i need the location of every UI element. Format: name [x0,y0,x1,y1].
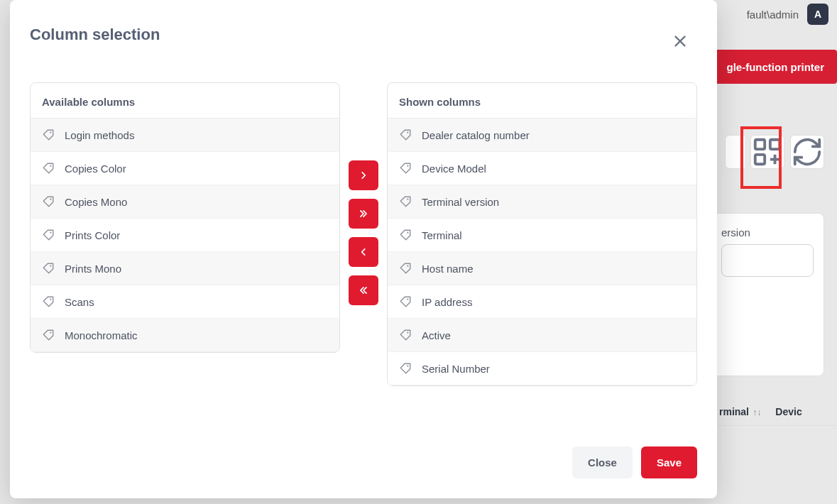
tag-icon [399,362,412,375]
column-item[interactable]: Terminal version [388,185,696,219]
column-item[interactable]: Monochromatic [31,319,339,352]
svg-point-9 [50,199,51,200]
column-item-label: Active [422,329,451,341]
move-left-button[interactable] [349,237,378,267]
available-columns-card: Available columns Login methodsCopies Co… [30,82,340,353]
column-item-label: Terminal version [422,196,499,208]
tag-icon [399,329,412,341]
double-chevron-left-icon [359,285,368,295]
svg-point-14 [407,132,408,133]
save-button[interactable]: Save [641,447,697,478]
modal-backdrop: Column selection Available columns Login… [0,0,837,504]
column-item[interactable]: Copies Mono [31,185,339,219]
column-item[interactable]: Device Model [388,152,696,185]
modal-title: Column selection [30,26,697,44]
chevron-left-icon [359,247,368,257]
move-all-left-button[interactable] [349,275,378,305]
column-item-label: Host name [422,263,474,275]
tag-icon [399,162,412,175]
tag-icon [399,262,412,275]
available-header: Available columns [31,83,339,119]
column-item-label: Dealer catalog number [422,129,530,141]
modal-footer: Close Save [30,435,697,478]
shown-list: Dealer catalog numberDevice ModelTermina… [388,119,696,385]
svg-point-11 [50,265,51,267]
tag-icon [399,195,412,208]
column-item-label: Serial Number [422,363,490,375]
svg-point-15 [407,165,408,167]
svg-point-10 [50,232,51,234]
column-item[interactable]: Terminal [388,219,696,252]
shown-columns-card: Shown columns Dealer catalog numberDevic… [387,82,697,386]
column-item-label: Monochromatic [65,329,138,341]
column-item[interactable]: Serial Number [388,352,696,385]
close-footer-button[interactable]: Close [572,447,633,478]
column-item[interactable]: Dealer catalog number [388,119,696,152]
close-button[interactable] [670,31,690,51]
svg-point-17 [407,232,408,234]
move-all-right-button[interactable] [349,199,378,229]
chevron-right-icon [359,170,368,180]
svg-point-12 [50,299,51,300]
tag-icon [42,162,55,175]
column-item-label: Prints Color [65,229,120,241]
tag-icon [42,128,55,141]
column-item[interactable]: IP address [388,285,696,319]
column-item-label: Copies Mono [65,196,127,208]
svg-point-13 [50,332,51,334]
column-item[interactable]: Scans [31,285,339,319]
transfer-buttons [349,82,378,305]
move-right-button[interactable] [349,160,378,190]
column-item[interactable]: Active [388,319,696,352]
column-selection-modal: Column selection Available columns Login… [10,0,717,498]
column-item[interactable]: Prints Mono [31,252,339,285]
tag-icon [399,128,412,141]
column-item-label: Terminal [422,229,462,241]
available-list: Login methodsCopies ColorCopies MonoPrin… [31,119,339,352]
column-item-label: IP address [422,296,472,308]
column-item-label: Prints Mono [65,263,121,275]
tag-icon [42,229,55,241]
column-item-label: Device Model [422,163,486,175]
svg-point-21 [407,366,408,367]
column-item[interactable]: Prints Color [31,219,339,252]
column-item[interactable]: Login methods [31,119,339,152]
column-item-label: Copies Color [65,163,126,175]
shown-header: Shown columns [388,83,696,119]
tag-icon [42,262,55,275]
svg-point-16 [407,199,408,200]
svg-point-19 [407,299,408,300]
column-item-label: Login methods [65,129,134,141]
svg-point-8 [50,165,51,167]
columns-area: Available columns Login methodsCopies Co… [30,82,697,386]
column-item[interactable]: Host name [388,252,696,285]
tag-icon [399,229,412,241]
tag-icon [42,295,55,308]
svg-point-20 [407,332,408,334]
double-chevron-right-icon [359,209,368,219]
tag-icon [42,195,55,208]
svg-point-7 [50,132,51,133]
column-item-label: Scans [65,296,94,308]
svg-point-18 [407,265,408,267]
column-item[interactable]: Copies Color [31,152,339,185]
close-icon [672,33,688,49]
tag-icon [399,295,412,308]
tag-icon [42,329,55,341]
